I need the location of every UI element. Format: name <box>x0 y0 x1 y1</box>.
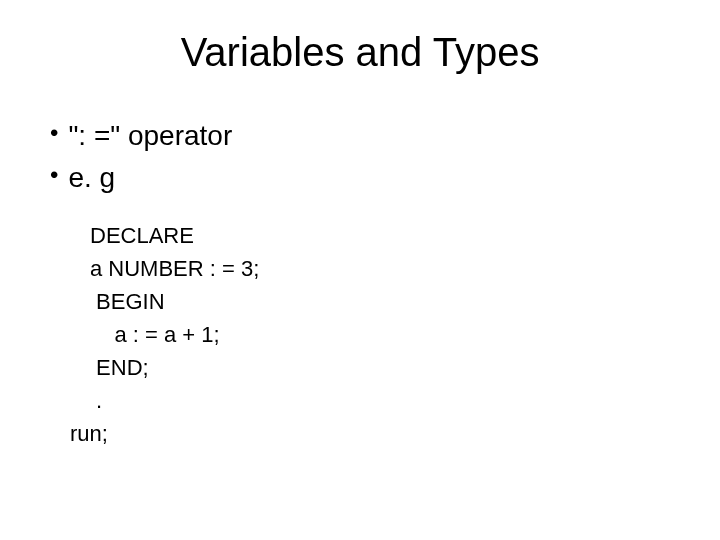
code-line: run; <box>70 417 680 450</box>
code-line: DECLARE <box>90 219 680 252</box>
code-line: BEGIN <box>90 285 680 318</box>
bullet-text: ": =" operator <box>68 115 232 157</box>
slide-title: Variables and Types <box>40 30 680 75</box>
bullet-item: • e. g <box>50 157 680 199</box>
bullet-list: • ": =" operator • e. g <box>50 115 680 199</box>
bullet-marker-icon: • <box>50 115 58 151</box>
bullet-item: • ": =" operator <box>50 115 680 157</box>
bullet-text: e. g <box>68 157 115 199</box>
bullet-marker-icon: • <box>50 157 58 193</box>
code-example: DECLARE a NUMBER : = 3; BEGIN a : = a + … <box>90 219 680 450</box>
code-line: END; <box>90 351 680 384</box>
code-line: . <box>90 384 680 417</box>
code-line: a : = a + 1; <box>90 318 680 351</box>
code-line: a NUMBER : = 3; <box>90 252 680 285</box>
